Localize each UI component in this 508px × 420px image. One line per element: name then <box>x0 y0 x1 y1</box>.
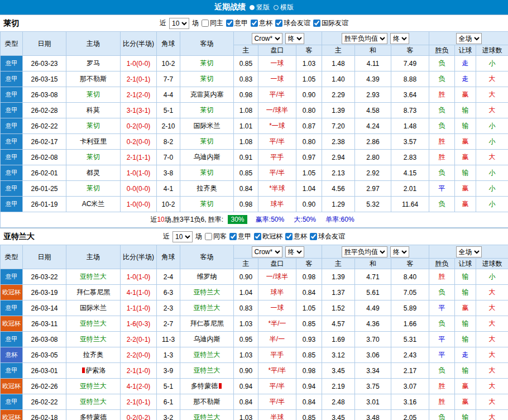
away-team: 多特蒙德 <box>180 379 234 394</box>
eu-home-odds: 2.13 <box>322 165 355 181</box>
match-date: 26-03-15 <box>23 71 66 87</box>
corner-score: 3-9 <box>157 363 180 379</box>
match-date: 26-02-22 <box>23 118 66 134</box>
ah-away-odds: 0.87 <box>296 118 322 134</box>
ucl-checkbox[interactable]: 欧冠杯 <box>254 232 282 241</box>
layout-horizontal-option[interactable]: 横版 <box>274 3 294 12</box>
corner-score: 2-7 <box>157 316 180 332</box>
result-cell: 负 <box>429 410 455 420</box>
win-rate-badge: 30% <box>228 215 247 224</box>
eu-draw-odds: 5.61 <box>355 285 391 300</box>
corner-score: 4-1 <box>157 181 180 197</box>
asia-state-select[interactable]: 终 <box>285 246 304 257</box>
match-row: 意甲26-02-08莱切2-1(1-1)7-0乌迪内斯0.91平手0.972.9… <box>1 150 508 165</box>
asia-state-select[interactable]: 终 <box>285 33 304 44</box>
league-badge: 意甲 <box>1 181 23 197</box>
match-score: 1-0(0-0) <box>121 56 157 71</box>
eu-home-odds: 2.94 <box>322 150 355 165</box>
match-row: 意甲26-03-08亚特兰大2-2(0-1)11-3乌迪内斯0.95半/一0.9… <box>1 332 508 347</box>
match-count-select[interactable]: 10 <box>172 231 193 242</box>
ah-away-odds: 0.93 <box>296 332 322 347</box>
home-team: 莱切 <box>66 181 121 197</box>
ah-home-odds: 1.03 <box>234 316 258 332</box>
sub-eu-home: 主 <box>322 259 355 269</box>
eu-away-odds: 5.89 <box>391 300 429 316</box>
match-date: 26-02-26 <box>23 379 66 394</box>
eu-away-odds: 2.83 <box>391 150 429 165</box>
league-badge: 意甲 <box>1 71 23 87</box>
scope-select[interactable]: 全场 <box>456 33 482 44</box>
bookmaker-select[interactable]: Crow* <box>252 246 282 257</box>
goals-result-cell: 小 <box>476 181 508 197</box>
handicap-result-cell: 输 <box>455 165 476 181</box>
home-team: 亚特兰大 <box>66 379 121 394</box>
match-date: 26-02-28 <box>23 103 66 118</box>
corner-score: 10-2 <box>157 197 180 212</box>
club-friendly-checkbox[interactable]: 球会友谊 <box>310 232 345 241</box>
league-badge: 意杯 <box>1 347 23 363</box>
ah-home-odds: 0.94 <box>234 379 258 394</box>
match-count-select[interactable]: 10 <box>169 18 189 29</box>
result-cell: 负 <box>429 71 455 87</box>
match-score: 1-0(0-0) <box>121 197 157 212</box>
result-cell: 胜 <box>429 269 455 285</box>
match-date: 26-03-01 <box>23 363 66 379</box>
eu-home-odds: 1.39 <box>322 269 355 285</box>
ah-away-odds: 0.84 <box>296 394 322 410</box>
home-team: 莱切 <box>66 150 121 165</box>
result-cell: 胜 <box>429 134 455 150</box>
ah-home-odds: 1.03 <box>234 410 258 420</box>
team-name-text: 科莫 <box>87 106 100 114</box>
europe-odds-select[interactable]: 胜平负均值 <box>342 33 387 44</box>
intl-friendly-checkbox[interactable]: 国际友谊 <box>313 18 348 28</box>
serie-a-checkbox[interactable]: 意甲 <box>229 232 251 241</box>
match-score: 2-1(2-0) <box>121 87 157 103</box>
europe-state-select[interactable]: 终 <box>390 33 409 44</box>
same-home-checkbox[interactable]: 同主 <box>202 18 223 28</box>
match-score: 3-1(3-1) <box>121 103 157 118</box>
scope-select[interactable]: 全场 <box>456 246 482 257</box>
away-team: 亚特兰大 <box>180 410 234 420</box>
coppa-italia-checkbox[interactable]: 意杯 <box>285 232 307 241</box>
club-friendly-checkbox[interactable]: 球会友谊 <box>275 18 310 28</box>
europe-state-select[interactable]: 终 <box>390 246 409 257</box>
corner-score: 10-2 <box>157 56 180 71</box>
ah-away-odds: 1.04 <box>296 181 322 197</box>
handicap-result-cell: 赢 <box>455 87 476 103</box>
handicap-result-cell: 赢 <box>455 181 476 197</box>
europe-odds-select[interactable]: 胜平负均值 <box>342 246 387 257</box>
odd-rate: 单率:60% <box>325 216 354 223</box>
bookmaker-select[interactable]: Crow* <box>252 33 282 44</box>
handicap-result-cell: 赢 <box>455 379 476 394</box>
team-name-text: 那不勒斯 <box>80 75 107 83</box>
corner-score: 3-8 <box>157 165 180 181</box>
result-cell: 负 <box>429 197 455 212</box>
team-name-text: 维罗纳 <box>197 273 217 280</box>
ah-home-odds: 0.85 <box>234 165 258 181</box>
results-table: 类型 日期 主场 比分(半场) 角球 客场 Crow* 终 胜平负均值 <box>0 31 508 228</box>
handicap-result-cell: 输 <box>455 316 476 332</box>
eu-away-odds: 8.88 <box>391 71 429 87</box>
ah-handicap: 球半 <box>258 197 296 212</box>
ah-handicap: *平/半 <box>258 363 296 379</box>
handicap-result-cell: 输 <box>455 410 476 420</box>
same-away-checkbox[interactable]: 同客 <box>205 232 227 241</box>
ah-away-odds: 0.98 <box>296 363 322 379</box>
team-name-text: 莱切 <box>200 59 214 67</box>
team-name-text: 卡利亚里 <box>80 137 107 145</box>
eu-draw-odds: 3.01 <box>355 394 391 410</box>
coppa-italia-checkbox[interactable]: 意杯 <box>251 18 272 28</box>
serie-a-checkbox[interactable]: 意甲 <box>226 18 248 28</box>
sub-eu-draw: 和 <box>355 45 391 56</box>
handicap-result-cell: 赢 <box>455 197 476 212</box>
eu-home-odds: 1.52 <box>322 300 355 316</box>
match-row: 意甲26-03-23罗马1-0(0-0)10-2莱切0.85一球1.031.48… <box>1 56 508 71</box>
result-cell: 负 <box>429 285 455 300</box>
home-team: 科莫 <box>66 103 121 118</box>
layout-vertical-option[interactable]: 竖版 <box>250 3 270 12</box>
away-team: 亚特兰大 <box>180 347 234 363</box>
ah-handicap: *一球 <box>258 118 296 134</box>
ah-handicap: 球半 <box>258 285 296 300</box>
corner-score: 11-3 <box>157 332 180 347</box>
eu-away-odds: 8.40 <box>391 269 429 285</box>
